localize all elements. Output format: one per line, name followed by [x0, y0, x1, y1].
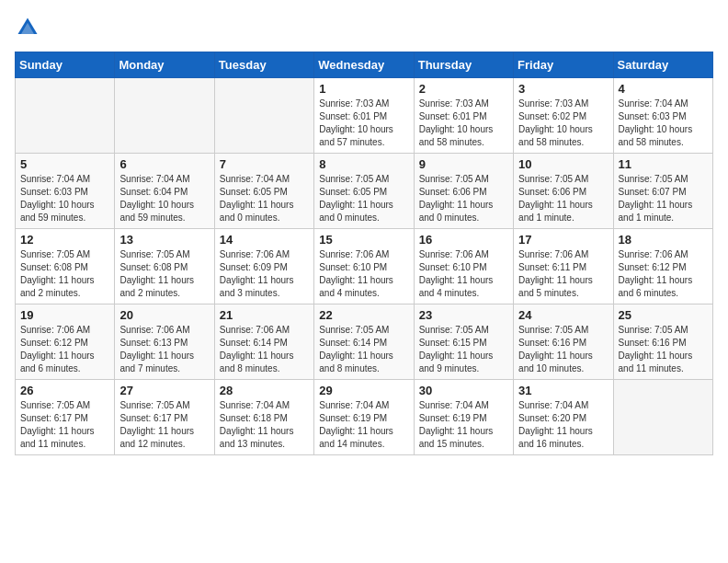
day-number: 8 — [319, 157, 408, 171]
day-info: Sunrise: 7:06 AM Sunset: 6:12 PM Dayligh… — [619, 248, 708, 300]
calendar-week-3: 12Sunrise: 7:05 AM Sunset: 6:08 PM Dayli… — [16, 229, 713, 304]
day-info: Sunrise: 7:04 AM Sunset: 6:03 PM Dayligh… — [619, 98, 708, 149]
calendar-cell: 29Sunrise: 7:04 AM Sunset: 6:19 PM Dayli… — [314, 380, 414, 455]
weekday-header-thursday: Thursday — [414, 52, 513, 78]
calendar-cell: 18Sunrise: 7:06 AM Sunset: 6:12 PM Dayli… — [613, 229, 712, 304]
page-header — [15, 15, 713, 40]
calendar-cell: 14Sunrise: 7:06 AM Sunset: 6:09 PM Dayli… — [214, 229, 313, 304]
calendar-cell: 12Sunrise: 7:05 AM Sunset: 6:08 PM Dayli… — [16, 229, 115, 304]
logo-icon — [15, 15, 40, 40]
day-info: Sunrise: 7:05 AM Sunset: 6:16 PM Dayligh… — [518, 324, 608, 375]
calendar-cell: 23Sunrise: 7:05 AM Sunset: 6:15 PM Dayli… — [414, 304, 513, 380]
day-number: 12 — [20, 233, 109, 247]
day-info: Sunrise: 7:04 AM Sunset: 6:19 PM Dayligh… — [419, 399, 508, 451]
calendar-cell: 13Sunrise: 7:05 AM Sunset: 6:08 PM Dayli… — [115, 229, 214, 304]
calendar-cell: 27Sunrise: 7:05 AM Sunset: 6:17 PM Dayli… — [115, 380, 214, 455]
day-number: 14 — [220, 233, 309, 247]
day-number: 21 — [220, 308, 309, 322]
calendar-cell: 4Sunrise: 7:04 AM Sunset: 6:03 PM Daylig… — [613, 78, 712, 154]
day-number: 26 — [20, 384, 109, 397]
day-number: 19 — [20, 308, 109, 322]
day-number: 10 — [518, 157, 608, 171]
day-number: 29 — [319, 384, 408, 397]
calendar-table: SundayMondayTuesdayWednesdayThursdayFrid… — [15, 52, 713, 455]
day-info: Sunrise: 7:06 AM Sunset: 6:10 PM Dayligh… — [319, 248, 408, 300]
day-number: 17 — [518, 233, 608, 247]
calendar-week-4: 19Sunrise: 7:06 AM Sunset: 6:12 PM Dayli… — [16, 304, 713, 380]
weekday-header-row: SundayMondayTuesdayWednesdayThursdayFrid… — [16, 52, 713, 78]
calendar-cell — [214, 78, 313, 154]
calendar-cell: 6Sunrise: 7:04 AM Sunset: 6:04 PM Daylig… — [115, 154, 214, 229]
calendar-cell: 1Sunrise: 7:03 AM Sunset: 6:01 PM Daylig… — [314, 78, 414, 154]
day-info: Sunrise: 7:05 AM Sunset: 6:08 PM Dayligh… — [20, 248, 109, 300]
calendar-cell: 2Sunrise: 7:03 AM Sunset: 6:01 PM Daylig… — [414, 78, 513, 154]
calendar-cell: 25Sunrise: 7:05 AM Sunset: 6:16 PM Dayli… — [613, 304, 712, 380]
day-number: 6 — [119, 157, 209, 171]
weekday-header-tuesday: Tuesday — [214, 52, 313, 78]
day-number: 31 — [518, 384, 608, 397]
calendar-cell: 30Sunrise: 7:04 AM Sunset: 6:19 PM Dayli… — [414, 380, 513, 455]
calendar-cell: 20Sunrise: 7:06 AM Sunset: 6:13 PM Dayli… — [115, 304, 214, 380]
day-number: 18 — [619, 233, 708, 247]
calendar-cell: 15Sunrise: 7:06 AM Sunset: 6:10 PM Dayli… — [314, 229, 414, 304]
day-info: Sunrise: 7:05 AM Sunset: 6:05 PM Dayligh… — [319, 173, 408, 224]
day-number: 5 — [20, 157, 109, 171]
calendar-cell: 9Sunrise: 7:05 AM Sunset: 6:06 PM Daylig… — [414, 154, 513, 229]
day-info: Sunrise: 7:03 AM Sunset: 6:02 PM Dayligh… — [518, 98, 608, 149]
day-number: 25 — [619, 308, 708, 322]
day-info: Sunrise: 7:04 AM Sunset: 6:04 PM Dayligh… — [119, 173, 209, 224]
calendar-cell — [115, 78, 214, 154]
day-number: 28 — [220, 384, 309, 397]
day-info: Sunrise: 7:04 AM Sunset: 6:18 PM Dayligh… — [220, 399, 309, 451]
day-info: Sunrise: 7:05 AM Sunset: 6:15 PM Dayligh… — [419, 324, 508, 375]
day-number: 1 — [319, 82, 408, 96]
calendar-week-2: 5Sunrise: 7:04 AM Sunset: 6:03 PM Daylig… — [16, 154, 713, 229]
day-number: 13 — [119, 233, 209, 247]
day-number: 2 — [419, 82, 508, 96]
day-info: Sunrise: 7:06 AM Sunset: 6:09 PM Dayligh… — [220, 248, 309, 300]
calendar-cell: 31Sunrise: 7:04 AM Sunset: 6:20 PM Dayli… — [514, 380, 613, 455]
weekday-header-saturday: Saturday — [613, 52, 712, 78]
calendar-week-1: 1Sunrise: 7:03 AM Sunset: 6:01 PM Daylig… — [16, 78, 713, 154]
day-info: Sunrise: 7:05 AM Sunset: 6:16 PM Dayligh… — [619, 324, 708, 375]
calendar-cell: 21Sunrise: 7:06 AM Sunset: 6:14 PM Dayli… — [214, 304, 313, 380]
day-number: 22 — [319, 308, 408, 322]
calendar-cell — [16, 78, 115, 154]
logo — [15, 15, 44, 40]
day-info: Sunrise: 7:05 AM Sunset: 6:06 PM Dayligh… — [518, 173, 608, 224]
day-info: Sunrise: 7:06 AM Sunset: 6:13 PM Dayligh… — [119, 324, 209, 375]
day-number: 16 — [419, 233, 508, 247]
day-info: Sunrise: 7:04 AM Sunset: 6:19 PM Dayligh… — [319, 399, 408, 451]
weekday-header-monday: Monday — [115, 52, 214, 78]
calendar-cell: 17Sunrise: 7:06 AM Sunset: 6:11 PM Dayli… — [514, 229, 613, 304]
calendar-cell: 19Sunrise: 7:06 AM Sunset: 6:12 PM Dayli… — [16, 304, 115, 380]
calendar-cell: 22Sunrise: 7:05 AM Sunset: 6:14 PM Dayli… — [314, 304, 414, 380]
day-info: Sunrise: 7:05 AM Sunset: 6:07 PM Dayligh… — [619, 173, 708, 224]
day-info: Sunrise: 7:03 AM Sunset: 6:01 PM Dayligh… — [419, 98, 508, 149]
day-number: 20 — [119, 308, 209, 322]
day-number: 3 — [518, 82, 608, 96]
day-number: 7 — [220, 157, 309, 171]
day-info: Sunrise: 7:05 AM Sunset: 6:17 PM Dayligh… — [119, 399, 209, 451]
weekday-header-friday: Friday — [514, 52, 613, 78]
day-number: 24 — [518, 308, 608, 322]
day-info: Sunrise: 7:06 AM Sunset: 6:10 PM Dayligh… — [419, 248, 508, 300]
day-info: Sunrise: 7:05 AM Sunset: 6:17 PM Dayligh… — [20, 399, 109, 451]
day-number: 11 — [619, 157, 708, 171]
day-number: 9 — [419, 157, 508, 171]
calendar-cell: 24Sunrise: 7:05 AM Sunset: 6:16 PM Dayli… — [514, 304, 613, 380]
day-info: Sunrise: 7:05 AM Sunset: 6:06 PM Dayligh… — [419, 173, 508, 224]
day-info: Sunrise: 7:06 AM Sunset: 6:11 PM Dayligh… — [518, 248, 608, 300]
day-info: Sunrise: 7:05 AM Sunset: 6:08 PM Dayligh… — [119, 248, 209, 300]
day-number: 15 — [319, 233, 408, 247]
calendar-cell: 28Sunrise: 7:04 AM Sunset: 6:18 PM Dayli… — [214, 380, 313, 455]
day-info: Sunrise: 7:05 AM Sunset: 6:14 PM Dayligh… — [319, 324, 408, 375]
weekday-header-wednesday: Wednesday — [314, 52, 414, 78]
calendar-cell: 10Sunrise: 7:05 AM Sunset: 6:06 PM Dayli… — [514, 154, 613, 229]
day-number: 30 — [419, 384, 508, 397]
day-info: Sunrise: 7:03 AM Sunset: 6:01 PM Dayligh… — [319, 98, 408, 149]
calendar-cell: 7Sunrise: 7:04 AM Sunset: 6:05 PM Daylig… — [214, 154, 313, 229]
day-number: 23 — [419, 308, 508, 322]
day-info: Sunrise: 7:04 AM Sunset: 6:05 PM Dayligh… — [220, 173, 309, 224]
day-number: 27 — [119, 384, 209, 397]
